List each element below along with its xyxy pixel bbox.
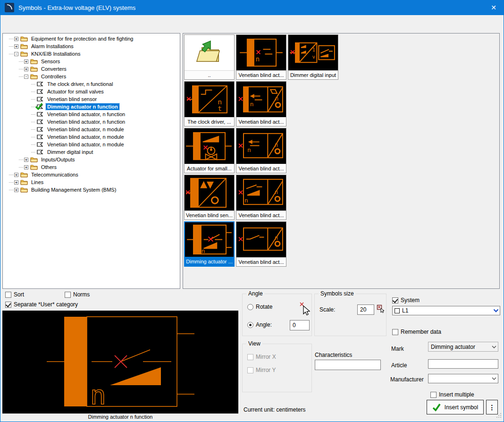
tree-item[interactable]: +Equipment for fire protection and fire …: [3, 35, 180, 42]
insert-multiple-checkbox[interactable]: Insert multiple: [430, 391, 474, 398]
pick-scale-icon[interactable]: [377, 304, 385, 313]
tree-item-label[interactable]: Venetian blind actuator, n function: [46, 118, 126, 125]
tree-item-label[interactable]: Venetian blind actuator, n module: [46, 134, 126, 140]
tree-expand-toggle[interactable]: -: [14, 52, 18, 56]
tree-expand-toggle[interactable]: +: [14, 188, 18, 192]
system-checkbox-box[interactable]: [392, 297, 398, 304]
tree-item-label[interactable]: Dimmer digital input: [46, 149, 94, 155]
tree-item-label[interactable]: Telecommunications: [30, 171, 80, 178]
tree-item[interactable]: Venetian blind actuator, n function: [3, 110, 180, 118]
folder-icon: [20, 171, 28, 178]
tree-item[interactable]: +Alarm Installations: [3, 42, 180, 50]
tree-item-label[interactable]: Dimming actuator n function: [46, 103, 119, 110]
chevron-down-icon[interactable]: [492, 306, 500, 315]
folder-icon: [30, 164, 38, 170]
tree-expand-toggle[interactable]: +: [14, 173, 18, 177]
tree-item-label[interactable]: Venetian blind actuator, n module: [46, 126, 126, 133]
tree-item[interactable]: Dimmer digital input: [3, 148, 180, 156]
tree-item-label[interactable]: Converters: [40, 66, 68, 72]
symbol-tile[interactable]: Venetian blind act...: [236, 128, 286, 173]
tree-item[interactable]: Venetian blind sensor: [3, 95, 180, 103]
tree-item-label[interactable]: The clock driver, n functional: [46, 81, 114, 87]
tree-expand-toggle[interactable]: +: [14, 44, 18, 49]
tree-item[interactable]: +Lines: [3, 178, 180, 186]
symbol-tile[interactable]: Venetian blind act...: [236, 221, 286, 267]
scale-input[interactable]: [357, 304, 374, 315]
tree-item-label[interactable]: Building Management System (BMS): [30, 186, 118, 193]
tree-expand-toggle[interactable]: +: [14, 37, 18, 41]
tree-item[interactable]: Venetian blind actuator, n module: [3, 141, 180, 148]
tree-item[interactable]: +Inputs/Outputs: [3, 156, 180, 163]
tree-item[interactable]: Dimming actuator n function: [3, 103, 180, 110]
symbol-tile[interactable]: Venetian blind act...: [236, 34, 286, 80]
remember-data-box[interactable]: [392, 329, 398, 335]
vba5-icon: [236, 222, 286, 257]
tree-item-label[interactable]: Venetian blind sensor: [46, 96, 98, 102]
characteristics-input[interactable]: [315, 360, 381, 370]
tree-item-label[interactable]: KNX/EIB Installations: [30, 51, 82, 57]
tree-expand-toggle[interactable]: -: [24, 75, 28, 79]
green-check-icon: [432, 403, 441, 412]
chevron-down-icon[interactable]: [490, 342, 498, 351]
angle-radio-circle[interactable]: [247, 322, 253, 328]
tree-item-label[interactable]: Venetian blind actuator, n module: [46, 141, 126, 148]
tree-item-label[interactable]: Venetian blind actuator, n function: [46, 111, 126, 118]
tree-item[interactable]: +Telecommunications: [3, 171, 180, 178]
tree-item[interactable]: The clock driver, n functional: [3, 80, 180, 88]
tree-item-label[interactable]: Others: [40, 164, 58, 170]
tree-expand-toggle[interactable]: +: [24, 158, 28, 162]
tree-item[interactable]: Actuator for small valves: [3, 88, 180, 95]
tree-item[interactable]: +Converters: [3, 65, 180, 73]
tree-item-label[interactable]: Sensors: [40, 58, 61, 65]
symbol-tile[interactable]: Venetian blind act...: [236, 175, 286, 220]
mark-combobox[interactable]: Dimming actuator: [428, 342, 498, 352]
system-checkbox[interactable]: System: [392, 297, 420, 304]
tree-item-label[interactable]: Controllers: [40, 73, 67, 80]
tree-expand-toggle[interactable]: +: [14, 180, 18, 185]
folder-icon: [20, 43, 28, 50]
tree-item-label[interactable]: Actuator for small valves: [46, 88, 105, 95]
chevron-down-icon[interactable]: [490, 374, 498, 383]
rotate-radio-circle[interactable]: [247, 304, 253, 310]
symbol-tile[interactable]: Dimming actuator ...: [184, 221, 235, 267]
manufacturer-combobox[interactable]: [428, 374, 498, 383]
tree-item[interactable]: Venetian blind actuator, n function: [3, 118, 180, 126]
tree-item[interactable]: -KNX/EIB Installations: [3, 50, 180, 58]
tree-expand-toggle[interactable]: +: [24, 59, 28, 64]
symbol-tile[interactable]: Actuator for small...: [184, 128, 235, 173]
sort-checkbox-box[interactable]: [5, 292, 11, 298]
insert-symbol-button[interactable]: Insert symbol: [427, 400, 484, 414]
separate-user-checkbox[interactable]: Separate *User* category: [5, 301, 78, 308]
remember-data-checkbox[interactable]: Remember data: [392, 329, 441, 335]
rotate-radio[interactable]: Rotate: [247, 304, 272, 310]
tree-item[interactable]: +Others: [3, 163, 180, 171]
tree-item[interactable]: -Controllers: [3, 73, 180, 80]
symbol-tile[interactable]: ..: [184, 34, 235, 80]
sort-checkbox[interactable]: Sort: [5, 291, 24, 298]
app-icon: [5, 3, 14, 12]
angle-input[interactable]: [290, 320, 310, 330]
angle-radio[interactable]: Angle:: [247, 321, 272, 328]
tree-item-label[interactable]: Equipment for fire protection and fire f…: [30, 35, 134, 42]
tree-item[interactable]: Venetian blind actuator, n module: [3, 133, 180, 141]
tree-expand-toggle[interactable]: +: [24, 67, 28, 71]
system-combobox[interactable]: L1: [392, 306, 500, 315]
separate-user-checkbox-box[interactable]: [5, 302, 11, 308]
tree-item-label[interactable]: Alarm Installations: [30, 43, 75, 50]
tree-item-label[interactable]: Inputs/Outputs: [40, 156, 76, 163]
symbol-tile[interactable]: Venetian blind sen...: [184, 175, 235, 220]
symbol-tile[interactable]: Dimmer digital input: [288, 34, 338, 80]
tree-item-label[interactable]: Lines: [30, 179, 45, 186]
tree-item[interactable]: +Sensors: [3, 58, 180, 65]
close-button[interactable]: ✕: [483, 0, 504, 15]
symbol-tile[interactable]: The clock driver, ...: [184, 81, 235, 127]
norms-checkbox[interactable]: Norms: [65, 291, 90, 298]
resize-grip[interactable]: [496, 413, 502, 420]
symbol-tile[interactable]: Venetian blind act...: [236, 81, 286, 127]
tree-item[interactable]: +Building Management System (BMS): [3, 186, 180, 194]
tree-expand-toggle[interactable]: +: [24, 165, 28, 169]
article-input[interactable]: [428, 359, 498, 369]
insert-multiple-box[interactable]: [430, 392, 437, 398]
tree-item[interactable]: Venetian blind actuator, n module: [3, 126, 180, 133]
norms-checkbox-box[interactable]: [65, 292, 71, 298]
